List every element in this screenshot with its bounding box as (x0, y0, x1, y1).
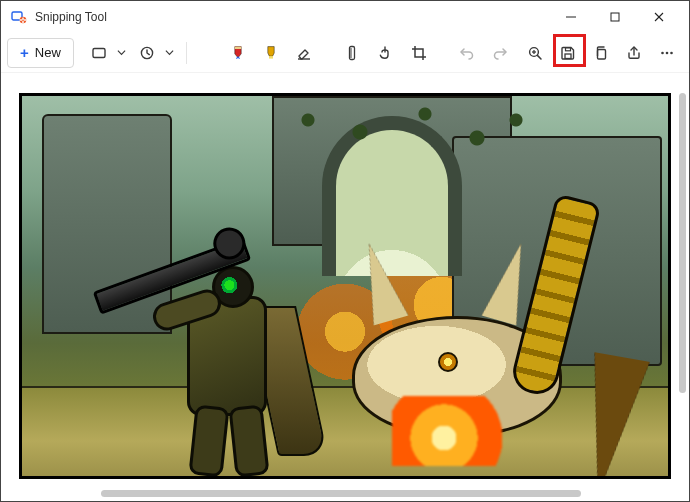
new-button-label: New (35, 45, 61, 60)
share-button[interactable] (619, 38, 650, 68)
window-title: Snipping Tool (35, 10, 107, 24)
zoom-button[interactable] (519, 38, 550, 68)
svg-rect-7 (611, 13, 619, 21)
svg-rect-26 (566, 47, 571, 50)
save-button[interactable] (552, 38, 583, 68)
svg-rect-3 (22, 21, 23, 23)
svg-rect-25 (565, 54, 571, 59)
canvas-area (1, 75, 689, 501)
eraser-button[interactable] (289, 38, 320, 68)
svg-point-30 (671, 51, 674, 54)
more-button[interactable] (652, 38, 683, 68)
pen-button[interactable] (222, 38, 253, 68)
svg-rect-12 (235, 46, 241, 48)
svg-rect-13 (269, 56, 273, 58)
toolbar: + New (1, 33, 689, 73)
svg-rect-10 (93, 48, 105, 57)
delay-split[interactable] (132, 38, 178, 68)
highlighter-button[interactable] (256, 38, 287, 68)
svg-point-28 (662, 51, 665, 54)
new-button[interactable]: + New (7, 38, 74, 68)
minimize-button[interactable] (549, 2, 593, 32)
copy-button[interactable] (586, 38, 617, 68)
rect-snip-icon[interactable] (84, 38, 114, 68)
svg-rect-5 (24, 19, 26, 20)
snip-mode-split[interactable] (84, 38, 130, 68)
vertical-scrollbar[interactable] (679, 93, 686, 393)
svg-point-29 (666, 51, 669, 54)
toolbar-divider (186, 42, 187, 64)
close-button[interactable] (637, 2, 681, 32)
app-icon (11, 9, 27, 25)
horizontal-scrollbar[interactable] (101, 490, 581, 497)
warrior-figure (132, 226, 312, 466)
svg-rect-4 (20, 19, 22, 20)
svg-rect-27 (598, 49, 606, 59)
screenshot-content[interactable] (19, 93, 671, 479)
svg-line-22 (537, 55, 541, 59)
maximize-button[interactable] (593, 2, 637, 32)
delay-caret[interactable] (162, 38, 178, 68)
svg-rect-2 (22, 18, 23, 20)
snip-mode-caret[interactable] (114, 38, 130, 68)
touch-write-button[interactable] (370, 38, 401, 68)
redo-button[interactable] (484, 38, 515, 68)
crop-button[interactable] (403, 38, 434, 68)
title-bar: Snipping Tool (1, 1, 689, 33)
undo-button[interactable] (451, 38, 482, 68)
ruler-button[interactable] (337, 38, 368, 68)
clock-icon[interactable] (132, 38, 162, 68)
